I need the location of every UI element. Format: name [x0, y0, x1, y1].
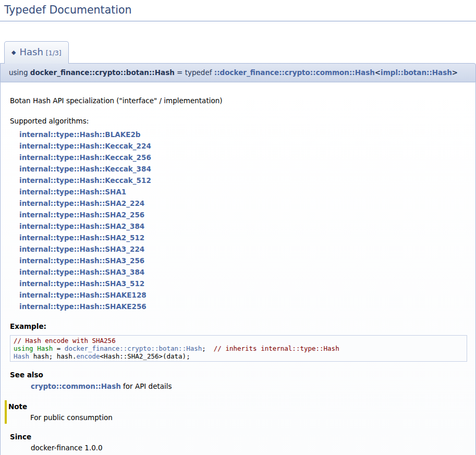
prototype-line: using docker_finance::crypto::botan::Has…	[9, 68, 458, 77]
typedef-prototype: using docker_finance::crypto::botan::Has…	[0, 63, 476, 82]
example-section: Example:	[10, 322, 467, 331]
algorithm-list-item: internal::type::Hash::Keccak_256	[19, 152, 467, 163]
code-line: using Hash = docker_finance::crypto::bot…	[14, 345, 463, 352]
algorithm-list-item: internal::type::Hash::SHA2_512	[19, 232, 467, 243]
algorithm-link[interactable]: internal::type::Hash::Keccak_256	[19, 153, 151, 162]
code-token: hash; hash.	[29, 352, 76, 360]
member-item: using docker_finance::crypto::botan::Has…	[0, 63, 476, 455]
page-title: Typedef Documentation	[0, 0, 476, 21]
algorithm-list-item: internal::type::Hash::SHA3_224	[19, 243, 467, 255]
algorithm-list-item: internal::type::Hash::SHA3_256	[19, 255, 467, 266]
close-angle-bracket: >	[452, 68, 458, 77]
algorithm-list-item: internal::type::Hash::SHA1	[19, 186, 467, 198]
algorithm-link[interactable]: internal::type::Hash::SHAKE256	[19, 302, 147, 311]
code-line: // Hash encode with SHA256	[14, 337, 463, 345]
since-section: Since docker-finance 1.0.0	[10, 432, 467, 452]
code-example: // Hash encode with SHA256using Hash = d…	[10, 335, 467, 362]
algorithm-link[interactable]: internal::type::Hash::BLAKE2b	[19, 130, 140, 139]
algorithm-list: internal::type::Hash::BLAKE2binternal::t…	[10, 129, 467, 312]
algorithm-list-item: internal::type::Hash::SHA2_384	[19, 220, 467, 232]
target-type-link[interactable]: ::docker_finance::crypto::common::Hash	[214, 68, 375, 77]
typedef-name: docker_finance::crypto::botan::Hash	[30, 68, 175, 77]
see-also-content: crypto::common::Hash for API details	[31, 382, 467, 391]
algorithm-link[interactable]: internal::type::Hash::SHA3_256	[19, 256, 144, 265]
algorithm-link[interactable]: internal::type::Hash::SHAKE128	[19, 291, 147, 299]
see-also-suffix: for API details	[121, 382, 172, 390]
note-label: Note	[8, 402, 467, 411]
algorithm-list-item: internal::type::Hash::SHA3_512	[19, 278, 467, 289]
member-title: Hash	[19, 46, 43, 57]
code-line: Hash hash; hash.encode<Hash::SHA2_256>(d…	[14, 352, 463, 360]
supported-algorithms-label: Supported algorithms:	[10, 116, 467, 126]
algorithm-link[interactable]: internal::type::Hash::SHA1	[19, 188, 126, 196]
since-label: Since	[10, 432, 467, 441]
algorithm-link[interactable]: internal::type::Hash::Keccak_224	[19, 142, 151, 150]
code-link[interactable]: docker_finance::crypto::botan::Hash	[65, 345, 202, 352]
algorithm-link[interactable]: internal::type::Hash::SHA2_224	[19, 199, 144, 207]
typedef-member-block: ◆Hash[1/3] using docker_finance::crypto:…	[0, 41, 476, 455]
example-label: Example:	[10, 322, 467, 331]
member-tab: ◆Hash[1/3]	[4, 41, 69, 64]
algorithm-link[interactable]: internal::type::Hash::SHA3_384	[19, 268, 144, 276]
algorithm-list-item: internal::type::Hash::SHA2_224	[19, 198, 467, 209]
algorithm-link[interactable]: internal::type::Hash::Keccak_512	[19, 176, 151, 185]
code-token: // inherits internal::type::Hash	[214, 345, 339, 352]
see-also-link[interactable]: crypto::common::Hash	[31, 382, 121, 390]
algorithm-list-item: internal::type::Hash::SHAKE256	[19, 301, 467, 312]
algorithm-link[interactable]: internal::type::Hash::Keccak_384	[19, 165, 151, 173]
algorithm-list-item: internal::type::Hash::SHA3_384	[19, 266, 467, 278]
algorithm-list-item: internal::type::Hash::Keccak_384	[19, 163, 467, 175]
code-token: Hash	[37, 345, 53, 352]
anchor-diamond-icon[interactable]: ◆	[11, 49, 16, 56]
algorithm-list-item: internal::type::Hash::Keccak_224	[19, 140, 467, 152]
code-token: // Hash encode with SHA256	[14, 337, 116, 345]
note-section: Note For public consumption	[5, 400, 467, 424]
member-documentation: Botan Hash API specialization ("interfac…	[0, 82, 476, 455]
member-overload-index: [1/3]	[46, 49, 62, 57]
code-link[interactable]: encode	[76, 352, 100, 360]
note-text: For public consumption	[30, 413, 467, 422]
see-also-label: See also	[10, 370, 467, 379]
using-keyword: using	[9, 68, 30, 77]
algorithm-list-item: internal::type::Hash::BLAKE2b	[19, 129, 467, 140]
algorithm-link[interactable]: internal::type::Hash::SHA2_512	[19, 233, 144, 242]
algorithm-list-item: internal::type::Hash::SHAKE128	[19, 289, 467, 301]
code-token: ;	[202, 345, 214, 352]
algorithm-link[interactable]: internal::type::Hash::SHA3_512	[19, 279, 144, 288]
algorithm-list-item: internal::type::Hash::SHA2_256	[19, 209, 467, 220]
algorithm-link[interactable]: internal::type::Hash::SHA2_384	[19, 222, 144, 230]
since-text: docker-finance 1.0.0	[31, 443, 467, 452]
algorithm-link[interactable]: internal::type::Hash::SHA2_256	[19, 211, 144, 219]
algorithm-link[interactable]: internal::type::Hash::SHA3_224	[19, 245, 144, 253]
intro-text: Botan Hash API specialization ("interfac…	[10, 96, 467, 105]
open-angle-bracket: <	[375, 68, 381, 77]
code-token: using	[14, 345, 33, 352]
see-also-section: See also crypto::common::Hash for API de…	[10, 370, 467, 390]
code-token: =	[53, 345, 65, 352]
code-link[interactable]: Hash	[14, 352, 29, 360]
code-token: <Hash::SHA2_256>(data);	[100, 352, 190, 360]
template-arg-link[interactable]: impl::botan::Hash	[381, 68, 452, 77]
algorithm-list-item: internal::type::Hash::Keccak_512	[19, 175, 467, 186]
typedef-equals: = typedef	[175, 68, 214, 77]
